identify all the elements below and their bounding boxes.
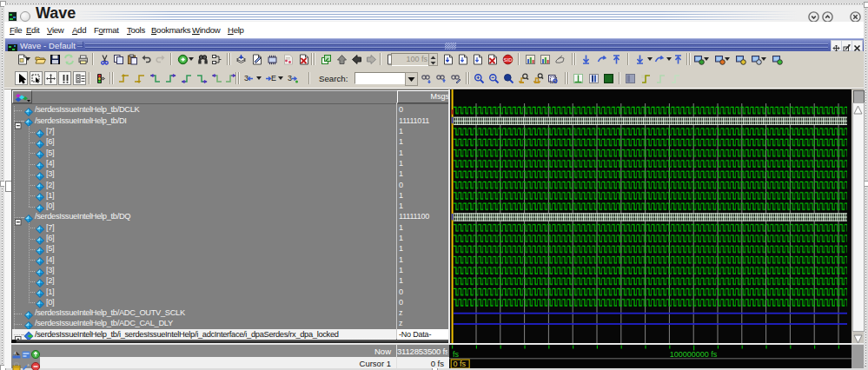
svg-text:fs: fs bbox=[453, 349, 460, 358]
svg-text:100000000 fs: 100000000 fs bbox=[670, 349, 718, 358]
svg-text:A: A bbox=[14, 352, 17, 356]
svg-text:SID: SID bbox=[503, 57, 513, 63]
svg-text:3: 3 bbox=[288, 74, 292, 83]
svg-text:E: E bbox=[271, 74, 276, 83]
svg-text:0 fs: 0 fs bbox=[454, 360, 467, 368]
